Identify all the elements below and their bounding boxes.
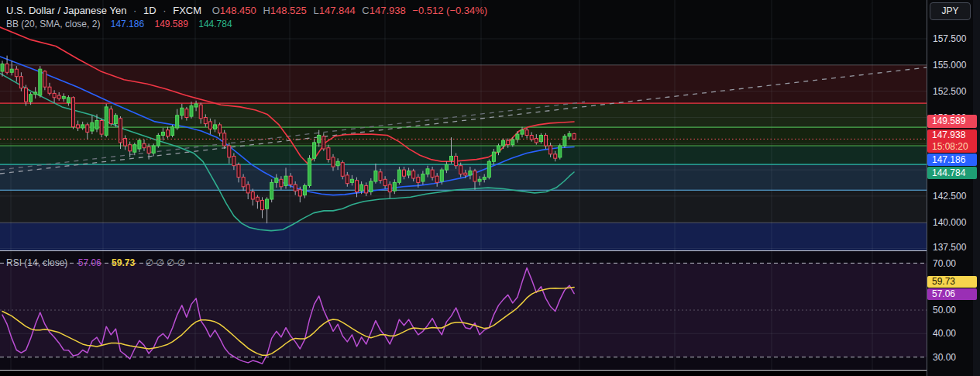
candle-up	[152, 146, 155, 154]
candle-up	[568, 133, 571, 136]
price-zone-band	[0, 65, 927, 103]
bb-legend: BB (20, SMA, close, 2) 147.186 149.589 1…	[6, 19, 232, 29]
candle-down	[100, 121, 103, 135]
timeframe-label[interactable]: 1D	[143, 5, 156, 16]
price-axis-tick: 137.500	[933, 242, 966, 253]
last-price-label[interactable]: 147.93815:08:20	[927, 129, 977, 153]
candle-down	[208, 122, 211, 129]
candle-down	[109, 109, 112, 124]
candle-down	[431, 170, 434, 178]
candle-down	[435, 176, 438, 182]
candle-up	[176, 116, 179, 128]
price-axis[interactable]: JPY 157.500155.000152.500150.000142.5001…	[927, 0, 980, 376]
candle-down	[256, 197, 259, 201]
candle-down	[25, 88, 28, 102]
candle-up	[284, 176, 287, 185]
bb-lower-price-label[interactable]: 144.784	[927, 167, 977, 179]
candle-up	[266, 199, 269, 209]
candle-down	[19, 77, 22, 88]
candle-down	[383, 179, 387, 185]
candle-up	[171, 127, 174, 136]
candle-up	[393, 182, 396, 191]
high-value: 148.525	[270, 5, 307, 16]
candle-up	[308, 158, 311, 185]
candle-down	[554, 154, 557, 158]
candle-up	[91, 122, 94, 131]
legend-separator: ·	[133, 5, 136, 16]
chart-canvas[interactable]	[0, 0, 927, 376]
rsi-ma-value: 59.73	[112, 257, 135, 268]
rsi-value-label[interactable]: 57.06	[927, 288, 977, 300]
candle-up	[478, 179, 481, 181]
exchange-label[interactable]: FXCM	[173, 5, 201, 16]
price-axis-tick: 157.500	[933, 33, 966, 44]
candle-down	[464, 173, 467, 175]
currency-button[interactable]: JPY	[930, 2, 971, 20]
candle-up	[303, 185, 306, 195]
symbol-title[interactable]: U.S. Dollar / Japanese Yen	[6, 5, 126, 16]
candle-up	[95, 121, 98, 129]
axis-edge-strip	[973, 0, 980, 376]
low-letter: L	[313, 5, 318, 16]
price-axis-tick: 152.500	[933, 86, 966, 97]
candle-down	[379, 172, 382, 181]
candle-down	[167, 130, 170, 136]
candle-down	[455, 157, 458, 166]
candle-up	[29, 95, 33, 102]
low-value: 147.844	[319, 5, 356, 16]
candle-down	[322, 136, 325, 149]
candle-down	[327, 148, 330, 160]
candle-down	[237, 164, 240, 177]
candle-up	[181, 108, 184, 116]
candle-down	[185, 109, 188, 118]
bb-basis-price-label[interactable]: 147.186	[927, 154, 977, 166]
candle-down	[143, 143, 146, 147]
bb-basis-value: 147.186	[111, 19, 144, 29]
open-value: 148.450	[220, 5, 256, 16]
rsi-axis-tick: 40.00	[933, 328, 956, 339]
rsi-ma-value-label[interactable]: 59.73	[927, 276, 977, 288]
rsi-axis-tick: 30.00	[933, 352, 956, 363]
candle-down	[48, 87, 51, 93]
candle-up	[374, 171, 377, 182]
candle-down	[15, 69, 18, 77]
candle-up	[336, 161, 339, 165]
candle-down	[507, 140, 510, 144]
candle-down	[341, 163, 344, 177]
candle-down	[388, 185, 391, 192]
candle-down	[223, 133, 226, 146]
candle-down	[147, 147, 150, 153]
candle-down	[332, 157, 335, 167]
candle-up	[1, 64, 4, 72]
candle-down	[77, 125, 80, 128]
candle-up	[487, 161, 490, 177]
candle-down	[403, 170, 406, 176]
candle-up	[161, 132, 164, 135]
price-axis-tick: 140.000	[933, 217, 966, 228]
candle-down	[246, 185, 249, 193]
candle-down	[199, 105, 202, 119]
candle-down	[124, 139, 127, 147]
close-value: 147.938	[370, 5, 406, 16]
candle-up	[156, 136, 160, 147]
candle-down	[204, 118, 207, 124]
candle-up	[421, 174, 425, 182]
candle-down	[218, 125, 222, 133]
candle-up	[62, 96, 65, 98]
bb-indicator-title[interactable]: BB (20, SMA, close, 2)	[6, 19, 100, 29]
price-zone-band	[0, 190, 927, 222]
candle-up	[270, 182, 273, 199]
candle-down	[57, 95, 60, 98]
rsi-axis-tick: 70.00	[933, 258, 956, 269]
legend-separator: ·	[163, 5, 166, 16]
high-letter: H	[263, 5, 270, 16]
rsi-axis-tick: 50.00	[933, 305, 956, 316]
candle-up	[313, 143, 316, 158]
candle-up	[67, 98, 70, 103]
bb-upper-value: 149.589	[154, 19, 187, 29]
rsi-indicator-title[interactable]: RSI (14, close)	[6, 257, 67, 268]
bb-upper-price-label[interactable]: 149.589	[927, 115, 977, 128]
rsi-disabled-values: ∅ ∅ ∅ ∅	[145, 257, 185, 268]
candle-down	[261, 200, 264, 209]
candle-down	[346, 175, 349, 184]
